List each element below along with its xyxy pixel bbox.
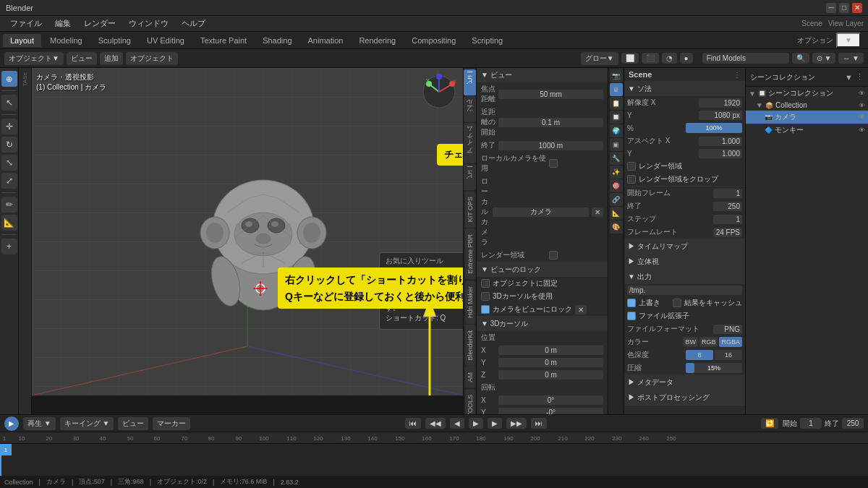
ol-monkey-eye[interactable]: 👁 [859,127,865,134]
tab-compositing[interactable]: Compositing [404,34,463,47]
tab-sculpting[interactable]: Sculpting [91,34,138,47]
vtab-kitops[interactable]: KIT OPS [465,191,475,228]
tab-texture-paint[interactable]: Texture Paint [193,34,254,47]
props-tab-world[interactable]: 🌍 [610,124,623,137]
props-format-input[interactable] [713,325,742,334]
tool-measure[interactable]: 📐 [1,215,17,231]
tl-view-btn[interactable]: ビュー [118,417,148,430]
tl-jump-end[interactable]: ⏭ [531,418,547,429]
tool-scale[interactable]: ⤡ [1,155,17,171]
props-output-header[interactable]: ▼ 出力 [624,270,745,284]
n-render-region-cb[interactable] [549,251,558,260]
ol-collection[interactable]: ▼ 📦 Collection 👁 [746,100,868,111]
maximize-button[interactable]: □ [839,3,849,13]
props-cache-cb[interactable] [673,299,681,307]
props-frame-start-input[interactable] [713,189,742,198]
props-scene-menu[interactable]: ⋮ [733,71,741,79]
props-stereo-header[interactable]: ▶ 立体視 [624,254,745,269]
props-render-region-cb[interactable] [627,162,636,171]
tl-jump-start[interactable]: ⏮ [405,418,421,429]
menu-edit[interactable]: 編集 [49,17,77,30]
shading-wire-btn[interactable]: ⬜ [621,53,639,64]
n-cursor-y-input[interactable] [498,358,603,367]
outliner-filter-btn[interactable]: ▼ [845,73,853,82]
props-depth-8-btn[interactable]: 8 [686,350,713,360]
tl-marker-btn[interactable]: マーカー [153,417,190,430]
ol-camera[interactable]: 📷 カメラ 👁 [746,111,868,124]
n-cursor-z-input[interactable] [498,370,603,380]
mode-object2-btn[interactable]: オブジェクト [126,52,178,65]
viewport-canvas[interactable]: カメラ・透視投影 (1) Collection | カメラ X Y [32,68,463,395]
tab-modeling[interactable]: Modeling [43,34,90,47]
props-metadata-header[interactable]: ▶ メタデータ [624,375,745,390]
props-frame-end-input[interactable] [713,202,742,211]
shading-solid-btn[interactable]: ⬛ [642,53,659,64]
props-depth-16-btn[interactable]: 16 [715,350,742,360]
timeline-content[interactable]: 1 10 20 30 40 50 60 70 80 90 100 110 120… [0,432,868,476]
xray-btn[interactable]: ↔ ▼ [838,53,864,64]
tool-annotate[interactable]: ✏ [1,197,17,213]
tl-start-input[interactable] [800,418,822,429]
tab-uv-editing[interactable]: UV Editing [140,34,192,47]
n-cam-to-view-cb[interactable] [481,305,490,314]
shading-mat-btn[interactable]: ◔ [662,53,677,64]
menu-file[interactable]: ファイル [4,17,48,30]
tab-layout[interactable]: Layout [3,34,41,47]
ol-cam-eye[interactable]: 👁 [859,114,865,121]
n-viewlock-header[interactable]: ▼ ビューのロック [477,262,608,277]
vtab-blenderkit[interactable]: BlenderKit [465,325,475,367]
mode-view-btn[interactable]: ビュー [67,52,97,65]
tab-scripting[interactable]: Scripting [464,34,510,47]
props-overwrite-cb[interactable] [627,299,636,307]
props-color-rgba-btn[interactable]: RGBA [719,337,742,347]
props-tab-constraints[interactable]: 🔗 [610,193,623,206]
vtab-tool[interactable]: ツール [464,96,476,122]
props-path-input[interactable] [627,286,742,295]
options-btn[interactable]: ▼ [836,33,861,48]
tl-play-pause[interactable]: ▶ [469,418,483,429]
n-cam-to-view-x-btn[interactable]: ✕ [575,305,587,314]
props-tab-object[interactable]: ▣ [610,138,623,151]
vtab-extreme-pbr[interactable]: Extreme PBR [465,228,475,280]
minimize-button[interactable]: ─ [826,3,836,13]
tool-select[interactable]: ↖ [1,95,17,111]
props-aspect-x-input[interactable] [699,137,742,146]
tl-keying-btn[interactable]: キーイング ▼ [60,417,114,430]
props-compression-bar[interactable]: 15% [686,363,742,373]
ol-scene-eye[interactable]: 👁 [859,90,865,97]
props-tab-particles[interactable]: ✨ [610,166,623,179]
props-crop-cb[interactable] [627,175,636,184]
ol-col-eye[interactable]: 👁 [859,102,865,109]
ol-monkey[interactable]: 🔷 モンキー 👁 [746,124,868,137]
props-tab-modifier[interactable]: 🔧 [610,152,623,165]
tl-end-input[interactable] [842,418,864,429]
tab-shading[interactable]: Shading [255,34,299,47]
n-clip-end-input[interactable] [498,141,603,150]
outliner-menu-btn[interactable]: ⋮ [856,72,864,82]
n-lock-obj-cb[interactable] [481,279,490,288]
props-tab-physics[interactable]: 🎯 [610,179,623,192]
menu-help[interactable]: ヘルプ [176,17,211,30]
props-ext-cb[interactable] [627,312,636,320]
tl-play-btn[interactable]: 再生 ▼ [23,417,56,430]
props-tab-render[interactable]: 📷 [610,69,623,82]
n-cursor-header[interactable]: ▼ 3Dカーソル [477,317,608,331]
mode-add-btn[interactable]: 追加 [100,52,123,65]
find-models-input[interactable] [702,53,789,64]
vtab-view2[interactable]: ビュー [464,164,476,190]
n-clip-start-input[interactable] [498,118,603,127]
props-aspect-y-input[interactable] [699,149,742,158]
menu-render[interactable]: レンダー [78,17,122,30]
shading-render-btn[interactable]: ● [680,53,693,64]
props-step-input[interactable] [713,215,742,224]
props-tab-scene[interactable]: 🔲 [610,111,623,124]
props-pct-bar[interactable]: 100% [686,123,742,133]
n-lock-cursor-cb[interactable] [481,292,490,301]
n-local-cam-cb[interactable] [549,159,558,168]
n-camera-input[interactable] [493,207,589,217]
props-res-x-input[interactable] [699,98,742,108]
mode-object-btn[interactable]: オブジェクト▼ [4,52,64,65]
tool-add[interactable]: + [1,239,17,254]
tl-next-frame[interactable]: ▶▶ [506,418,527,429]
ol-scene-collection[interactable]: ▼ 🔲 シーンコレクション 👁 [746,87,868,100]
